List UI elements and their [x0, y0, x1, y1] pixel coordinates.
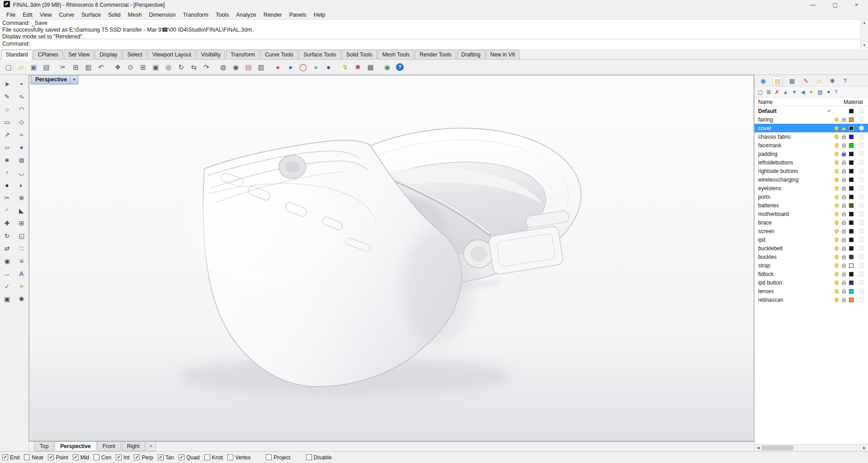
move-down-button[interactable]: ▼ — [792, 89, 797, 95]
layer-row[interactable]: screen — [755, 227, 868, 235]
undo-view-icon[interactable]: ↷ — [200, 61, 212, 73]
menu-render[interactable]: Render — [260, 11, 286, 19]
layer-row[interactable]: eyetolens — [755, 184, 868, 192]
layer-color-swatch[interactable] — [847, 169, 855, 173]
layer-row[interactable]: bucklebelt — [755, 244, 868, 253]
zoom-extents-icon[interactable]: ▣ — [150, 61, 162, 73]
osnap-checkbox[interactable]: ✓ — [134, 454, 140, 460]
display-tab[interactable]: ▦ — [788, 77, 796, 85]
tab-viewport-layout[interactable]: Viewport Layout — [148, 50, 196, 59]
layer-lock-icon[interactable] — [840, 271, 847, 276]
array-icon[interactable]: ∷ — [15, 243, 28, 254]
tab-display[interactable]: Display — [95, 50, 122, 59]
loft-icon[interactable]: ◡ — [15, 167, 28, 178]
menu-curve[interactable]: Curve — [56, 11, 78, 19]
collapse-button[interactable]: ◀ — [801, 89, 805, 95]
tab-new-in-v6[interactable]: New in V6 — [486, 50, 520, 59]
layer-color-swatch[interactable] — [847, 117, 855, 122]
layer-lock-icon[interactable] — [840, 289, 847, 294]
curve-icon[interactable]: ∿ — [15, 91, 28, 103]
osnap-checkbox[interactable]: ✓ — [116, 454, 122, 460]
layer-lock-icon[interactable] — [840, 143, 847, 148]
layer-lock-icon[interactable] — [840, 168, 847, 173]
viewport-menu-chevron-icon[interactable]: ▼ — [70, 75, 78, 84]
layer-color-swatch[interactable] — [847, 263, 855, 268]
layer-color-swatch[interactable] — [847, 229, 855, 234]
pan-icon[interactable]: ❖ — [112, 61, 124, 73]
scale-icon[interactable]: ◱ — [15, 230, 28, 242]
lock-objects-icon[interactable]: ◉ — [230, 61, 242, 73]
zoom-dynamic-icon[interactable]: ⊙ — [124, 61, 137, 73]
new-layer-button[interactable]: ▢ — [758, 89, 763, 95]
arc-icon[interactable]: ◠ — [15, 103, 28, 115]
rotate-view-icon[interactable]: ↻ — [175, 61, 187, 73]
layer-color-swatch[interactable] — [847, 203, 855, 208]
layer-visibility-bulb-icon[interactable] — [833, 109, 840, 113]
layer-lock-icon[interactable] — [840, 220, 847, 225]
layer-lock-icon[interactable] — [840, 126, 847, 131]
osnap-project[interactable]: Project — [266, 454, 290, 461]
layer-dialog-icon[interactable]: ▤ — [242, 61, 255, 73]
layer-material-swatch[interactable] — [855, 237, 868, 242]
column-header-name[interactable]: Name — [755, 99, 844, 105]
layer-row[interactable]: fairing — [755, 115, 868, 124]
new-sublayer-button[interactable]: ⊞ — [766, 89, 771, 95]
ghosted-mode-icon[interactable]: ● — [322, 61, 335, 73]
layer-material-swatch[interactable] — [855, 151, 868, 156]
layer-color-swatch[interactable] — [847, 135, 855, 139]
scroll-up-icon[interactable]: ▲ — [863, 21, 866, 25]
menu-transform[interactable]: Transform — [179, 11, 212, 19]
layer-row[interactable]: leftsidebuttons — [755, 158, 868, 167]
split-icon[interactable]: ◐ — [15, 179, 28, 191]
layer-material-swatch[interactable] — [855, 117, 868, 122]
layer-color-swatch[interactable] — [847, 178, 855, 182]
layer-material-swatch[interactable] — [855, 297, 868, 302]
layer-material-swatch[interactable] — [855, 108, 868, 113]
layer-color-swatch[interactable] — [847, 212, 855, 216]
filter-button[interactable]: ▼ — [808, 89, 814, 95]
copy-object-icon[interactable]: ⊞ — [15, 217, 28, 229]
layer-color-swatch[interactable] — [847, 109, 855, 113]
scroll-down-icon[interactable]: ▼ — [863, 43, 866, 47]
layer-row[interactable]: batteries — [755, 201, 868, 210]
layer-material-swatch[interactable] — [855, 263, 868, 268]
layer-lock-icon[interactable] — [840, 117, 847, 122]
layer-visibility-bulb-icon[interactable] — [833, 281, 840, 285]
layer-lock-icon[interactable] — [840, 194, 847, 199]
viewport-title-text[interactable]: Perspective — [31, 75, 70, 84]
layer-visibility-bulb-icon[interactable] — [833, 203, 840, 207]
layer-color-swatch[interactable] — [847, 152, 855, 156]
layer-color-swatch[interactable] — [847, 160, 855, 165]
properties-tab[interactable]: ◉ — [759, 77, 767, 85]
save-file-icon[interactable]: ▣ — [28, 61, 40, 73]
layer-material-swatch[interactable] — [855, 246, 868, 251]
layer-color-swatch[interactable] — [847, 281, 855, 285]
layer-visibility-bulb-icon[interactable] — [833, 272, 840, 276]
layer-visibility-bulb-icon[interactable] — [833, 246, 840, 250]
flash-render-icon[interactable]: ↯ — [339, 61, 351, 73]
layer-color-swatch[interactable] — [847, 289, 855, 294]
osnap-checkbox[interactable]: ✓ — [158, 454, 164, 460]
cylinder-icon[interactable]: ◍ — [15, 154, 28, 166]
menu-mesh[interactable]: Mesh — [124, 11, 146, 19]
viewport-title-label[interactable]: Perspective ▼ — [31, 75, 78, 84]
osnap-checkbox[interactable]: ✓ — [48, 454, 54, 460]
vp-tab-front[interactable]: Front — [97, 442, 121, 451]
osnap-mid[interactable]: ✓ Mid — [73, 454, 89, 461]
layer-tools-button[interactable]: ✦ — [826, 89, 831, 95]
layer-visibility-bulb-icon[interactable] — [833, 195, 840, 199]
layer-material-swatch[interactable] — [855, 280, 868, 285]
tab-set-view[interactable]: Set View — [64, 50, 94, 59]
tab-select[interactable]: Select — [123, 50, 147, 59]
layer-visibility-bulb-icon[interactable] — [833, 238, 840, 242]
circle-icon[interactable]: ○ — [1, 103, 14, 115]
move-icon[interactable]: ✚ — [1, 217, 14, 229]
menu-solid[interactable]: Solid — [104, 11, 124, 19]
tab-solid-tools[interactable]: Solid Tools — [342, 50, 377, 59]
layer-lock-icon[interactable] — [840, 108, 847, 113]
osnap-checkbox[interactable] — [306, 454, 312, 460]
mirror-icon[interactable]: ⇄ — [1, 243, 14, 254]
group-icon[interactable]: ▣ — [1, 293, 14, 305]
zoom-window-icon[interactable]: ⊞ — [137, 61, 149, 73]
panel-help-tab[interactable]: ? — [842, 77, 848, 85]
